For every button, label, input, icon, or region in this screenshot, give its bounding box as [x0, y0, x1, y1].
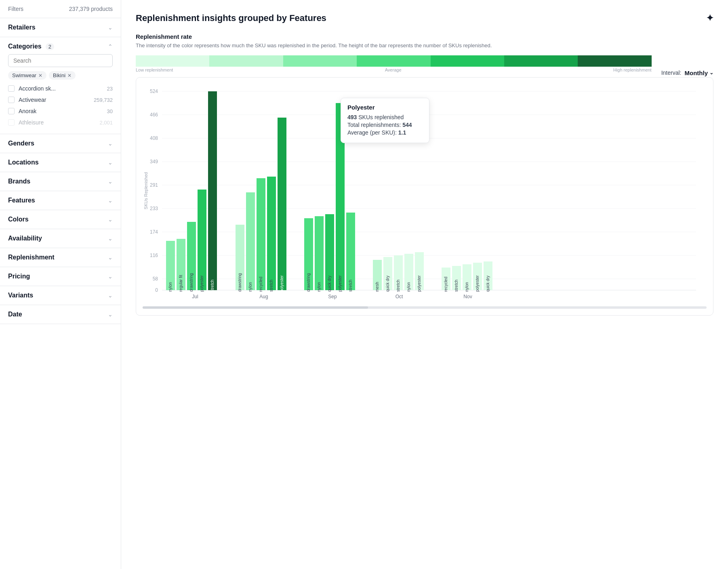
legend-gradient — [136, 55, 652, 67]
legend-block-1 — [136, 55, 209, 67]
category-item-athleisure[interactable]: Athleisure 2,001 — [8, 117, 113, 128]
filter-locations: Locations ⌄ — [0, 153, 121, 172]
category-name-activewear: Activewear — [19, 97, 90, 103]
bar-aug-polyester — [278, 118, 286, 290]
bar-label-nov-polyester: polyester — [475, 275, 480, 291]
tag-bikini[interactable]: Bikini ✕ — [49, 71, 76, 80]
categories-search-input[interactable] — [8, 54, 113, 67]
bar-label-sep-polyester: polyester — [338, 275, 342, 291]
bar-label-sep-nylon: nylon — [317, 282, 321, 292]
category-checkbox-anorak[interactable] — [8, 108, 15, 114]
bar-label-sep-quickdry: quick dry — [327, 275, 332, 291]
y-label-349: 349 — [150, 159, 158, 164]
bar-label-nov-quickdry: quick dry — [486, 275, 490, 291]
filter-pricing: Pricing ⌄ — [0, 267, 121, 286]
filter-colors-header[interactable]: Colors ⌄ — [8, 216, 113, 223]
interval-label: Interval: — [661, 70, 682, 76]
filter-features-header[interactable]: Features ⌄ — [8, 197, 113, 204]
bar-label-aug-drawstring: drawstring — [238, 273, 242, 291]
chart-scrollbar-thumb[interactable] — [143, 306, 368, 309]
bar-label-oct-polyester: polyester — [417, 275, 421, 291]
tag-swimwear-remove[interactable]: ✕ — [38, 73, 42, 78]
legend-low-label: Low replenishment — [136, 67, 173, 72]
filter-date-header[interactable]: Date ⌄ — [8, 311, 113, 318]
bar-label-jul-drawstring: drawstring — [189, 273, 194, 291]
filter-features-title: Features — [8, 197, 35, 204]
category-item-accordion[interactable]: Accordion sk... 23 — [8, 83, 113, 94]
product-count: 237,379 products — [69, 6, 113, 12]
sidebar-header: Filters 237,379 products — [0, 0, 121, 18]
category-count-anorak: 30 — [107, 108, 113, 114]
filter-pricing-header[interactable]: Pricing ⌄ — [8, 273, 113, 280]
filter-brands-title: Brands — [8, 178, 30, 185]
category-name-athleisure: Athleisure — [19, 119, 95, 126]
filter-retailers-header[interactable]: Retailers ⌄ — [8, 24, 113, 31]
y-label-174: 174 — [150, 229, 158, 235]
filter-colors-title: Colors — [8, 216, 29, 223]
chevron-down-icon: ⌄ — [108, 292, 113, 299]
category-item-anorak[interactable]: Anorak 30 — [8, 105, 113, 117]
filter-features: Features ⌄ — [0, 191, 121, 210]
filter-categories-header[interactable]: Categories 2 ⌃ — [8, 43, 113, 50]
bar-label-jul-polyester: polyester — [200, 275, 204, 291]
x-label-nov: Nov — [463, 294, 472, 299]
y-label-116: 116 — [150, 253, 158, 258]
filter-retailers: Retailers ⌄ — [0, 18, 121, 37]
filter-replenishment-header[interactable]: Replenishment ⌄ — [8, 254, 113, 261]
bar-label-nov-recycled: recycled — [444, 276, 448, 291]
filter-categories-title: Categories — [8, 43, 42, 50]
replenishment-section: Replenishment rate The intensity of the … — [136, 33, 713, 316]
y-label-466: 466 — [150, 112, 158, 118]
chevron-down-icon: ⌄ — [108, 24, 113, 31]
chart-container: 524 466 408 349 291 233 174 116 58 0 — [136, 77, 713, 316]
category-count-activewear: 259,732 — [94, 97, 113, 103]
filter-availability: Availability ⌄ — [0, 229, 121, 248]
tag-swimwear[interactable]: Swimwear ✕ — [8, 71, 46, 80]
category-item-activewear[interactable]: Activewear 259,732 — [8, 94, 113, 105]
bar-label-aug-polyester: polyester — [280, 275, 284, 291]
filter-variants: Variants ⌄ — [0, 286, 121, 305]
category-checkbox-accordion[interactable] — [8, 85, 15, 92]
tag-bikini-label: Bikini — [53, 72, 65, 78]
bar-label-oct-quickdry: quick dry — [385, 275, 390, 291]
active-tags-row: Swimwear ✕ Bikini ✕ — [8, 71, 113, 80]
categories-search-box — [8, 54, 113, 67]
bar-label-nov-nylon: nylon — [465, 282, 469, 292]
bar-label-sep-drawstring: drawstring — [306, 273, 311, 291]
bar-label-aug-stretch: stretch — [269, 279, 274, 291]
filter-locations-title: Locations — [8, 159, 39, 166]
chart-scrollbar-track[interactable] — [143, 306, 707, 309]
sparkle-icon[interactable]: ✦ — [706, 13, 713, 23]
filter-brands-header[interactable]: Brands ⌄ — [8, 178, 113, 185]
bar-sep-polyester[interactable] — [336, 103, 345, 290]
filter-genders: Genders ⌄ — [0, 134, 121, 153]
filter-locations-header[interactable]: Locations ⌄ — [8, 159, 113, 166]
legend-area: Low replenishment Average High replenish… — [136, 55, 652, 76]
filter-replenishment: Replenishment ⌄ — [0, 248, 121, 267]
category-list: Accordion sk... 23 Activewear 259,732 An… — [8, 83, 113, 128]
legend-block-3 — [283, 55, 357, 67]
category-checkbox-activewear[interactable] — [8, 97, 15, 103]
tag-bikini-remove[interactable]: ✕ — [67, 73, 72, 78]
replenishment-rate-desc: The intensity of the color represents ho… — [136, 42, 713, 50]
chevron-down-icon: ⌄ — [108, 140, 113, 147]
category-checkbox-athleisure[interactable] — [8, 119, 15, 126]
bar-aug-nylon — [246, 192, 255, 290]
filter-colors: Colors ⌄ — [0, 210, 121, 229]
legend-avg-label: Average — [385, 67, 402, 72]
legend-block-2 — [209, 55, 283, 67]
y-label-291: 291 — [150, 182, 158, 188]
interval-select[interactable]: Monthly ⌄ — [685, 70, 714, 76]
bar-chart: 524 466 408 349 291 233 174 116 58 0 — [143, 86, 700, 296]
category-count-athleisure: 2,001 — [99, 120, 113, 126]
filter-genders-header[interactable]: Genders ⌄ — [8, 140, 113, 147]
bar-label-jul-regularfit: regular fit — [179, 275, 183, 292]
bar-label-jul-nylon: nylon — [168, 282, 173, 292]
y-label-408: 408 — [150, 135, 158, 141]
bar-label-nov-stretch: stretch — [454, 279, 459, 291]
legend-block-4 — [357, 55, 430, 67]
filter-availability-header[interactable]: Availability ⌄ — [8, 235, 113, 242]
bar-label-aug-nylon: nylon — [248, 282, 252, 292]
filter-retailers-title: Retailers — [8, 24, 36, 31]
filter-variants-header[interactable]: Variants ⌄ — [8, 292, 113, 299]
